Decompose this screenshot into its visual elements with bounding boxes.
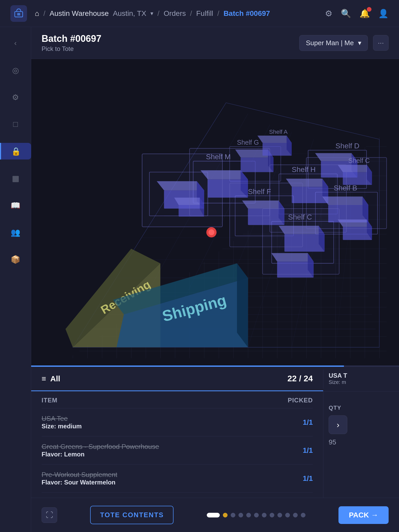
search-icon[interactable]: 🔍 <box>341 9 351 18</box>
dot-5[interactable] <box>246 513 251 517</box>
sidebar-item-grid[interactable]: ▦ <box>7 170 24 187</box>
user-dropdown-arrow: ▾ <box>358 39 361 47</box>
batch-link[interactable]: Batch #00697 <box>223 9 270 18</box>
sidebar-item-inventory[interactable]: 📦 <box>7 251 24 268</box>
col-picked: PICKED <box>288 397 313 404</box>
svg-marker-28 <box>237 263 248 347</box>
user-icon[interactable]: 👤 <box>378 9 389 18</box>
tab-item-detail[interactable]: USA T Size: m <box>323 367 399 391</box>
item-detail-2: Flavor: Lemon <box>42 451 159 458</box>
bottom-bar: ⛶ TOTE CONTENTS PACK → <box>31 498 399 532</box>
warehouse-link[interactable]: Austin Warehouse <box>50 9 109 18</box>
sidebar-back-button[interactable]: ‹ <box>7 35 24 51</box>
table-row: Great Greens - Superfood Powerhouse Flav… <box>42 436 313 464</box>
more-options-button[interactable]: ··· <box>373 35 389 51</box>
item-name-3: Pre-Workout Supplement <box>42 471 117 479</box>
bell-icon[interactable]: 🔔 <box>360 9 370 18</box>
svg-rect-1 <box>17 13 20 16</box>
dot-1[interactable] <box>207 513 220 517</box>
user-name: Super Man | Me <box>306 39 354 47</box>
svg-rect-81 <box>263 209 339 274</box>
table-container: ITEM PICKED USA Tee Size: medium 1/1 <box>31 391 399 498</box>
fulfill-link[interactable]: Fulfill <box>196 9 213 18</box>
qty-value: 95 <box>329 438 394 446</box>
user-selector[interactable]: Super Man | Me ▾ <box>299 35 368 51</box>
sidebar-item-users[interactable]: 👥 <box>7 224 24 241</box>
bottom-panel: ≡ All 22 / 24 USA T Size: m ITE <box>31 365 399 498</box>
batch-header: Batch #00697 Pick to Tote Super Man | Me… <box>31 27 399 59</box>
pack-button[interactable]: PACK → <box>338 506 389 524</box>
expand-button[interactable]: ⛶ <box>42 507 57 523</box>
right-side-panel: QTY › 95 <box>323 391 399 498</box>
picked-3: 1/1 <box>303 474 313 483</box>
warehouse-dropdown[interactable]: ▾ <box>150 10 153 17</box>
home-icon[interactable]: ⌂ <box>35 9 39 18</box>
shelf-g-label: Shelf G <box>237 139 259 146</box>
warehouse-map[interactable]: Receiving Shipping <box>31 59 399 365</box>
sidebar-item-map[interactable]: 📖 <box>7 197 24 214</box>
location-text: Austin, TX <box>113 9 146 18</box>
picked-2: 1/1 <box>303 446 313 455</box>
qty-header: QTY <box>329 404 394 411</box>
shelf-d-label: Shelf D <box>336 142 360 150</box>
items-count: 22 / 24 <box>288 374 313 383</box>
main-layout: ‹ ◎ ⚙ □ 🔒 ▦ 📖 👥 📦 Batch #00697 Pick to T… <box>0 27 399 532</box>
picked-1: 1/1 <box>303 418 313 427</box>
item-name-1: USA Tee <box>42 415 82 423</box>
content-area: Batch #00697 Pick to Tote Super Man | Me… <box>31 27 399 532</box>
dot-8[interactable] <box>270 513 274 517</box>
position-indicator-inner <box>209 229 214 235</box>
next-arrow-button[interactable]: › <box>329 415 347 434</box>
dot-6[interactable] <box>254 513 259 517</box>
sidebar: ‹ ◎ ⚙ □ 🔒 ▦ 📖 👥 📦 <box>0 27 31 532</box>
item-detail-3: Flavor: Sour Watermelon <box>42 479 117 486</box>
batch-title: Batch #00697 Pick to Tote <box>42 33 101 52</box>
nav-icons: ⚙ 🔍 🔔 👤 <box>325 9 389 18</box>
batch-title-text: Batch #00697 <box>42 33 101 44</box>
sidebar-item-settings[interactable]: ⚙ <box>7 89 24 105</box>
tote-contents-button[interactable]: TOTE CONTENTS <box>90 506 174 524</box>
right-tab-label: USA T <box>329 372 394 379</box>
tab-all[interactable]: ≡ All 22 / 24 <box>31 367 323 391</box>
item-info-1: USA Tee Size: medium <box>42 415 82 430</box>
item-detail-1: Size: medium <box>42 423 82 430</box>
dot-2[interactable] <box>223 513 228 517</box>
dot-9[interactable] <box>277 513 282 517</box>
pagination-dots <box>207 513 305 517</box>
tab-all-label: All <box>50 374 60 383</box>
sidebar-item-box[interactable]: □ <box>7 116 24 132</box>
dot-3[interactable] <box>231 513 235 517</box>
item-name-2: Great Greens - Superfood Powerhouse <box>42 443 159 451</box>
right-tab-detail: Size: m <box>329 379 394 385</box>
table-header: ITEM PICKED <box>42 391 313 408</box>
sidebar-item-batch[interactable]: 🔒 <box>0 143 31 159</box>
shelf-a-label: Shelf A <box>269 129 288 135</box>
item-info-3: Pre-Workout Supplement Flavor: Sour Wate… <box>42 471 117 486</box>
dot-12[interactable] <box>301 513 305 517</box>
dot-11[interactable] <box>293 513 298 517</box>
orders-link[interactable]: Orders <box>164 9 186 18</box>
item-info-2: Great Greens - Superfood Powerhouse Flav… <box>42 443 159 458</box>
batch-header-right: Super Man | Me ▾ ··· <box>299 35 389 51</box>
batch-subtitle: Pick to Tote <box>42 45 101 52</box>
table-row: Pre-Workout Supplement Flavor: Sour Wate… <box>42 464 313 493</box>
panel-tabs: ≡ All 22 / 24 USA T Size: m <box>31 367 399 391</box>
app-logo <box>10 5 27 22</box>
settings-icon[interactable]: ⚙ <box>325 9 332 18</box>
dot-10[interactable] <box>285 513 290 517</box>
table-row: USA Tee Size: medium 1/1 <box>42 408 313 436</box>
items-table: ITEM PICKED USA Tee Size: medium 1/1 <box>31 391 323 498</box>
svg-marker-42 <box>257 136 292 143</box>
dot-7[interactable] <box>262 513 267 517</box>
filter-icon: ≡ <box>42 374 46 383</box>
dot-4[interactable] <box>238 513 243 517</box>
sidebar-item-dashboard[interactable]: ◎ <box>7 62 24 78</box>
breadcrumb: ⌂ / Austin Warehouse Austin, TX ▾ / Orde… <box>35 9 325 18</box>
top-navigation: ⌂ / Austin Warehouse Austin, TX ▾ / Orde… <box>0 0 399 27</box>
notification-badge <box>367 7 371 12</box>
col-item: ITEM <box>42 397 57 404</box>
